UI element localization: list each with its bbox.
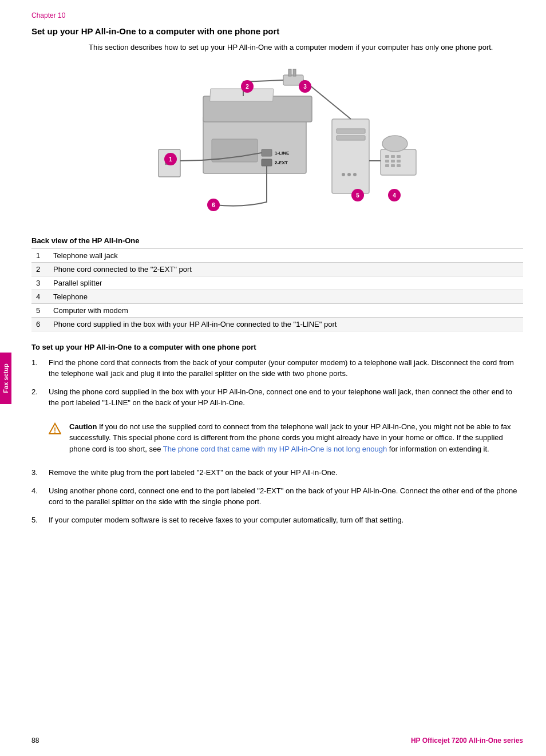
row-desc: Computer with modem: [49, 303, 523, 317]
list-item: 5.If your computer modem software is set…: [31, 514, 523, 526]
row-num: 4: [31, 290, 49, 303]
svg-rect-22: [391, 155, 395, 158]
table-row: 1Telephone wall jack: [31, 248, 523, 262]
svg-rect-7: [262, 159, 272, 166]
footer-product-name: HP Officejet 7200 All-in-One series: [411, 737, 523, 745]
table-row: 6Phone cord supplied in the box with you…: [31, 317, 523, 331]
table-row: 2Phone cord connected to the "2-EXT" por…: [31, 262, 523, 276]
row-desc: Phone cord connected to the "2-EXT" port: [49, 262, 523, 276]
svg-rect-12: [293, 69, 296, 76]
back-view-title: Back view of the HP All-in-One: [31, 236, 523, 245]
list-item-text: Using the phone cord supplied in the box…: [49, 386, 523, 409]
table-row: 5Computer with modem: [31, 303, 523, 317]
instructions-list: 1.Find the phone cord that connects from…: [31, 357, 523, 526]
row-desc: Phone cord supplied in the box with your…: [49, 317, 523, 331]
list-item-num: 3.: [31, 467, 49, 478]
instructions-title: To set up your HP All-in-One to a comput…: [31, 343, 523, 351]
svg-rect-14: [337, 129, 365, 133]
caution-icon: !: [49, 422, 65, 455]
list-item-text: Remove the white plug from the port labe…: [49, 467, 523, 478]
row-num: 1: [31, 248, 49, 262]
footer-page-number: 88: [31, 737, 39, 745]
list-item-text: Find the phone cord that connects from t…: [49, 357, 523, 379]
list-item-text: If your computer modem software is set t…: [49, 514, 523, 526]
diagram-svg: 1-LINE 2-EXT: [129, 65, 426, 231]
list-item-num: 5.: [31, 514, 49, 526]
caution-box: !Caution If you do not use the supplied …: [31, 415, 523, 461]
row-desc: Telephone: [49, 290, 523, 303]
list-item: 3.Remove the white plug from the port la…: [31, 467, 523, 478]
svg-point-18: [353, 173, 357, 176]
svg-rect-28: [391, 164, 395, 167]
svg-point-17: [347, 173, 351, 176]
row-desc: Telephone wall jack: [49, 248, 523, 262]
section-title: Set up your HP All-in-One to a computer …: [31, 26, 523, 36]
row-num: 2: [31, 262, 49, 276]
row-num: 6: [31, 317, 49, 331]
caution-text: Caution If you do not use the supplied c…: [69, 421, 523, 455]
caution-link[interactable]: The phone cord that came with my HP All-…: [163, 445, 387, 453]
svg-rect-27: [385, 164, 389, 167]
chapter-label: Chapter 10: [31, 11, 523, 19]
svg-rect-6: [262, 149, 272, 156]
list-item: 2.Using the phone cord supplied in the b…: [31, 386, 523, 409]
row-num: 5: [31, 303, 49, 317]
svg-point-20: [382, 136, 407, 152]
svg-rect-15: [337, 136, 365, 140]
svg-rect-21: [385, 155, 389, 158]
svg-text:2: 2: [246, 84, 249, 90]
side-tab: Fax setup: [0, 353, 11, 404]
intro-text: This section describes how to set up you…: [89, 42, 523, 53]
list-item-num: 2.: [31, 386, 49, 409]
caution-label: Caution: [69, 422, 97, 431]
svg-rect-29: [397, 164, 401, 167]
svg-text:!: !: [54, 426, 56, 434]
list-item: 4.Using another phone cord, connect one …: [31, 485, 523, 508]
svg-text:1-LINE: 1-LINE: [275, 151, 290, 156]
list-item: 1.Find the phone cord that connects from…: [31, 357, 523, 379]
svg-rect-24: [385, 160, 389, 163]
svg-rect-23: [397, 155, 401, 158]
svg-rect-11: [288, 69, 291, 76]
row-desc: Parallel splitter: [49, 276, 523, 290]
svg-text:6: 6: [212, 202, 215, 208]
diagram: 1-LINE 2-EXT: [129, 65, 426, 231]
svg-text:2-EXT: 2-EXT: [275, 160, 288, 165]
svg-text:5: 5: [356, 192, 359, 199]
svg-rect-26: [397, 160, 401, 163]
svg-text:3: 3: [303, 84, 307, 90]
side-tab-label: Fax setup: [2, 363, 9, 393]
svg-text:1: 1: [169, 156, 172, 163]
svg-rect-4: [209, 89, 273, 101]
svg-point-16: [342, 173, 345, 176]
svg-rect-25: [391, 160, 395, 163]
list-item-text: Using another phone cord, connect one en…: [49, 485, 523, 508]
back-view-table: 1Telephone wall jack2Phone cord connecte…: [31, 248, 523, 331]
list-item-num: 1.: [31, 357, 49, 379]
page-footer: 88 HP Officejet 7200 All-in-One series: [31, 737, 523, 745]
list-item-num: 4.: [31, 485, 49, 508]
table-row: 3Parallel splitter: [31, 276, 523, 290]
row-num: 3: [31, 276, 49, 290]
svg-text:4: 4: [393, 192, 396, 199]
table-row: 4Telephone: [31, 290, 523, 303]
